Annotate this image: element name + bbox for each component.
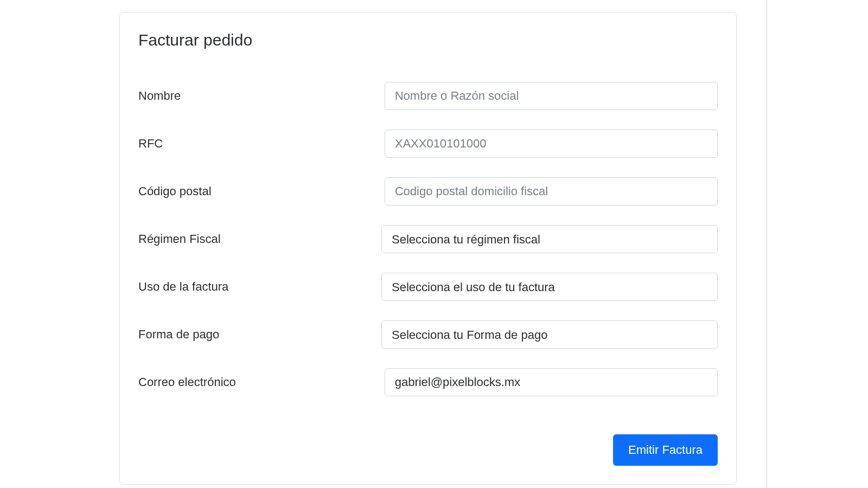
- row-codigo-postal: Código postal: [138, 177, 718, 206]
- input-nombre[interactable]: [385, 82, 718, 110]
- label-rfc: RFC: [138, 137, 385, 151]
- select-forma-pago[interactable]: Selecciona tu Forma de pago: [381, 320, 718, 349]
- row-nombre: Nombre: [138, 82, 718, 110]
- row-forma-pago: Forma de pago Selecciona tu Forma de pag…: [138, 320, 718, 349]
- label-regimen-fiscal: Régimen Fiscal: [138, 232, 381, 246]
- row-rfc: RFC: [138, 130, 718, 158]
- label-nombre: Nombre: [138, 89, 385, 103]
- input-rfc[interactable]: [385, 130, 718, 158]
- select-wrapper-regimen: Selecciona tu régimen fiscal: [381, 225, 718, 253]
- label-correo: Correo electrónico: [138, 375, 385, 389]
- button-row: Emitir Factura: [138, 434, 718, 466]
- input-correo[interactable]: [385, 368, 718, 396]
- page-wrapper: Facturar pedido Nombre RFC Código postal…: [0, 0, 767, 488]
- select-uso-factura[interactable]: Selecciona el uso de tu factura: [381, 273, 718, 301]
- input-codigo-postal[interactable]: [385, 177, 718, 206]
- label-codigo-postal: Código postal: [138, 184, 385, 198]
- label-forma-pago: Forma de pago: [138, 328, 381, 342]
- label-uso-factura: Uso de la factura: [138, 280, 381, 294]
- row-regimen-fiscal: Régimen Fiscal Selecciona tu régimen fis…: [138, 225, 718, 253]
- select-wrapper-uso: Selecciona el uso de tu factura: [381, 273, 718, 301]
- select-wrapper-forma: Selecciona tu Forma de pago: [381, 320, 718, 349]
- card-title: Facturar pedido: [138, 31, 718, 49]
- emit-invoice-button[interactable]: Emitir Factura: [613, 434, 718, 466]
- row-correo: Correo electrónico: [138, 368, 718, 396]
- invoice-card: Facturar pedido Nombre RFC Código postal…: [119, 12, 737, 485]
- select-regimen-fiscal[interactable]: Selecciona tu régimen fiscal: [381, 225, 718, 253]
- row-uso-factura: Uso de la factura Selecciona el uso de t…: [138, 273, 718, 301]
